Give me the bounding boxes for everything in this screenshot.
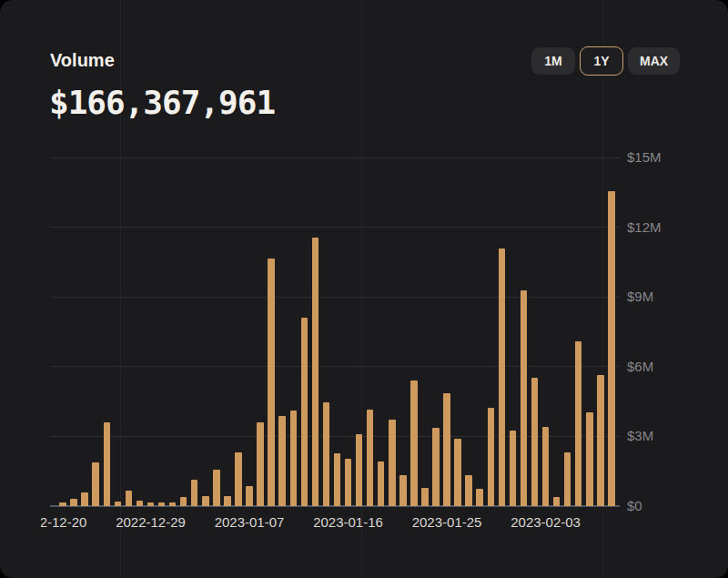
volume-bar-2022-12-22[interactable] — [70, 499, 77, 506]
volume-bar-2022-12-27[interactable] — [126, 491, 133, 506]
volume-bar-2023-01-30[interactable] — [499, 248, 506, 506]
y-tick-label: $6M — [627, 359, 653, 375]
y-tick-label: $3M — [627, 428, 653, 444]
volume-bar-2022-12-28[interactable] — [136, 501, 144, 506]
volume-bar-2023-01-14[interactable] — [323, 402, 330, 506]
volume-bar-2023-02-03[interactable] — [542, 427, 550, 506]
volume-bar-2023-01-04[interactable] — [213, 470, 220, 506]
volume-bar-2023-01-05[interactable] — [224, 496, 231, 506]
y-tick-label: $12M — [627, 219, 662, 236]
volume-bar-2023-01-24[interactable] — [432, 428, 440, 506]
volume-bar-2023-01-07[interactable] — [246, 486, 253, 506]
x-tick-label: 2022-12-29 — [116, 512, 186, 532]
volume-bar-2023-01-08[interactable] — [257, 422, 264, 506]
volume-bar-2023-01-31[interactable] — [510, 431, 517, 506]
volume-bar-2023-01-17[interactable] — [356, 434, 363, 506]
volume-bar-2023-01-01[interactable] — [180, 497, 187, 506]
volume-bar-2023-02-02[interactable] — [531, 378, 539, 506]
volume-bar-2023-01-27[interactable] — [465, 475, 472, 506]
volume-bar-2023-01-28[interactable] — [476, 489, 483, 506]
volume-bar-2023-01-06[interactable] — [235, 452, 242, 506]
volume-bar-2023-01-12[interactable] — [301, 318, 308, 506]
y-tick-label: $15M — [627, 149, 662, 166]
x-tick-label: 2022-12-20 — [41, 512, 86, 532]
volume-bar-2022-12-29[interactable] — [147, 502, 155, 506]
volume-bar-2023-01-20[interactable] — [389, 420, 396, 506]
volume-bar-2022-12-25[interactable] — [104, 422, 111, 506]
volume-bar-2023-02-07[interactable] — [586, 412, 593, 506]
range-button-1m[interactable]: 1M — [531, 47, 575, 75]
range-button-1y[interactable]: 1Y — [580, 46, 623, 76]
volume-bar-2023-01-11[interactable] — [290, 411, 298, 506]
y-tick-label: $9M — [627, 289, 653, 305]
total-volume-value: $166,367,961 — [49, 84, 275, 121]
volume-bar-2023-02-05[interactable] — [564, 452, 571, 506]
volume-bar-2022-12-30[interactable] — [158, 502, 166, 506]
range-button-max[interactable]: MAX — [628, 47, 680, 75]
volume-bar-2023-02-01[interactable] — [521, 290, 528, 506]
y-tick-label: $0 — [627, 498, 642, 514]
volume-bar-2022-12-21[interactable] — [59, 502, 66, 506]
volume-bar-2022-12-26[interactable] — [115, 502, 122, 506]
volume-bar-2023-01-10[interactable] — [278, 416, 286, 506]
volume-bar-2022-12-23[interactable] — [81, 492, 88, 506]
volume-bar-2023-02-08[interactable] — [597, 375, 604, 506]
x-axis-labels: 2022-12-202022-12-292023-01-072023-01-16… — [41, 512, 687, 532]
volume-bar-2023-01-26[interactable] — [454, 439, 461, 506]
volume-bar-2023-02-09[interactable] — [608, 191, 615, 506]
volume-bar-2022-12-24[interactable] — [92, 462, 99, 506]
volume-bar-2023-01-02[interactable] — [191, 480, 198, 506]
x-tick-label: 2023-01-16 — [313, 512, 383, 532]
volume-bar-2023-01-13[interactable] — [312, 238, 319, 506]
volume-bar-2023-01-23[interactable] — [421, 488, 429, 506]
volume-card: Volume $166,367,961 1M1YMAX 2022-12-2020… — [0, 0, 728, 578]
volume-bar-2023-02-06[interactable] — [575, 341, 582, 506]
volume-bar-2023-01-25[interactable] — [443, 393, 450, 506]
volume-bar-2023-01-16[interactable] — [345, 459, 352, 506]
volume-bar-2023-01-18[interactable] — [367, 410, 374, 506]
x-tick-label: 2023-02-03 — [511, 512, 581, 532]
x-tick-label: 2023-01-07 — [215, 512, 285, 532]
volume-bar-2023-01-22[interactable] — [410, 380, 418, 506]
volume-bar-2023-01-09[interactable] — [268, 259, 275, 506]
bars-layer — [50, 137, 623, 506]
x-tick-label: 2023-01-25 — [412, 512, 482, 532]
volume-bar-2023-01-21[interactable] — [399, 475, 407, 506]
page-title: Volume — [50, 50, 115, 71]
volume-bar-2022-12-31[interactable] — [169, 502, 177, 506]
volume-bar-2023-01-29[interactable] — [488, 408, 495, 506]
volume-bar-2023-01-03[interactable] — [202, 496, 209, 506]
volume-bar-2023-01-19[interactable] — [378, 461, 385, 506]
volume-bar-2023-02-04[interactable] — [553, 497, 561, 506]
volume-bar-2023-01-15[interactable] — [334, 453, 341, 506]
range-switcher: 1M1YMAX — [531, 46, 680, 76]
